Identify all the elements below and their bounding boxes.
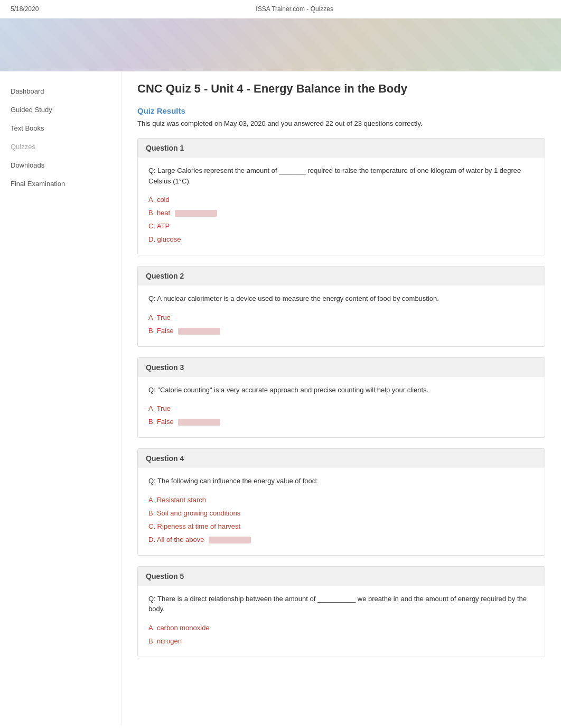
top-bar: 5/18/2020 ISSA Trainer.com - Quizzes	[0, 0, 561, 19]
answer-5-b: B. nitrogen	[148, 635, 534, 647]
answer-3-b-highlight	[178, 419, 220, 426]
question-header-2: Question 2	[138, 266, 545, 285]
answer-2-b-highlight	[178, 328, 220, 335]
question-block-4: Question 4 Q: The following can influenc…	[137, 448, 545, 556]
question-block-5: Question 5 Q: There is a direct relation…	[137, 566, 545, 657]
answer-3-b: B. False	[148, 416, 534, 427]
question-block-1: Question 1 Q: Large Calories represent t…	[137, 138, 545, 255]
question-body-3: Q: "Calorie counting" is a very accurate…	[138, 377, 545, 438]
question-text-3: Q: "Calorie counting" is a very accurate…	[148, 385, 534, 395]
question-body-2: Q: A nuclear calorimeter is a device use…	[138, 285, 545, 346]
answer-3-a: A. True	[148, 403, 534, 414]
question-body-5: Q: There is a direct relationship betwee…	[138, 586, 545, 657]
question-block-2: Question 2 Q: A nuclear calorimeter is a…	[137, 266, 545, 347]
main-layout: Dashboard Guided Study Text Books Quizze…	[0, 71, 561, 725]
question-text-1: Q: Large Calories represent the amount o…	[148, 165, 534, 186]
page-title: CNC Quiz 5 - Unit 4 - Energy Balance in …	[137, 82, 545, 96]
site-title: ISSA Trainer.com - Quizzes	[256, 5, 333, 13]
question-header-3: Question 3	[138, 358, 545, 377]
answer-5-a: A. carbon monoxide	[148, 622, 534, 633]
answer-4-c: C. Ripeness at time of harvest	[148, 521, 534, 532]
sidebar-item-final-exam[interactable]: Final Examination	[0, 174, 121, 193]
answer-1-a: A. cold	[148, 194, 534, 205]
date-label: 5/18/2020	[11, 5, 39, 13]
question-text-2: Q: A nuclear calorimeter is a device use…	[148, 293, 534, 304]
answer-4-d-highlight	[209, 537, 251, 543]
answer-2-b: B. False	[148, 325, 534, 336]
answer-1-d: D. glucose	[148, 234, 534, 245]
main-content: CNC Quiz 5 - Unit 4 - Energy Balance in …	[121, 71, 561, 725]
answer-4-b: B. Soil and growing conditions	[148, 508, 534, 519]
question-body-4: Q: The following can influence the energ…	[138, 468, 545, 555]
answer-1-c: C. ATP	[148, 220, 534, 232]
sidebar: Dashboard Guided Study Text Books Quizze…	[0, 71, 121, 725]
question-header-1: Question 1	[138, 139, 545, 158]
quiz-results-text: This quiz was completed on May 03, 2020 …	[137, 119, 545, 127]
answer-2-a: A. True	[148, 312, 534, 323]
question-header-4: Question 4	[138, 449, 545, 468]
question-body-1: Q: Large Calories represent the amount o…	[138, 158, 545, 255]
answer-4-d: D. All of the above	[148, 534, 534, 545]
question-header-5: Question 5	[138, 567, 545, 586]
sidebar-item-downloads[interactable]: Downloads	[0, 156, 121, 174]
answer-4-a: A. Resistant starch	[148, 494, 534, 505]
sidebar-item-quizzes[interactable]: Quizzes	[0, 137, 121, 156]
answer-1-b: B. heat	[148, 207, 534, 218]
sidebar-item-guided-study[interactable]: Guided Study	[0, 100, 121, 119]
question-text-5: Q: There is a direct relationship betwee…	[148, 594, 534, 614]
sidebar-item-dashboard[interactable]: Dashboard	[0, 82, 121, 100]
question-text-4: Q: The following can influence the energ…	[148, 476, 534, 486]
answer-1-b-highlight	[175, 210, 217, 217]
question-block-3: Question 3 Q: "Calorie counting" is a ve…	[137, 357, 545, 438]
sidebar-item-text-books[interactable]: Text Books	[0, 119, 121, 137]
quiz-results-title: Quiz Results	[137, 106, 545, 115]
hero-image	[0, 19, 561, 71]
